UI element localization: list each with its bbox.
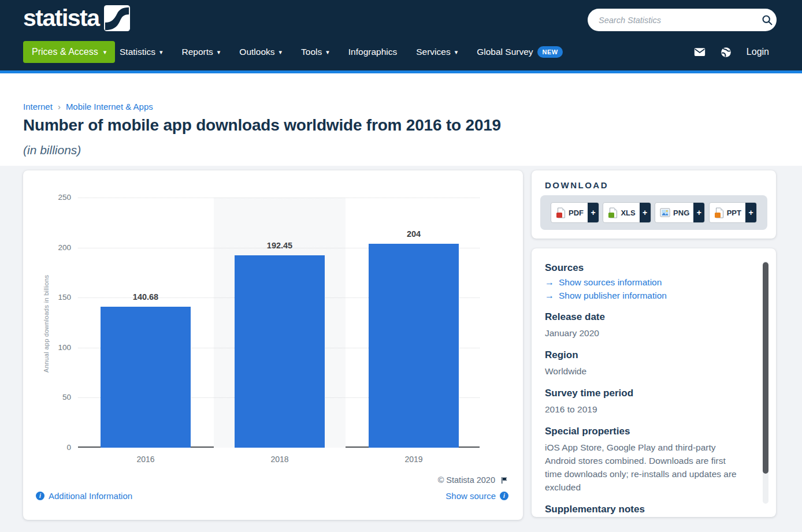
xls-file-icon — [608, 207, 618, 218]
new-badge: NEW — [537, 46, 563, 58]
show-source-link[interactable]: Show source i — [445, 491, 508, 501]
y-axis-tick-label: 0 — [42, 442, 71, 453]
nav-item-outlooks[interactable]: Outlooks▾ — [239, 47, 282, 57]
search-icon[interactable] — [757, 9, 777, 31]
release-date-heading: Release date — [545, 311, 741, 323]
x-axis-tick-label: 2018 — [245, 455, 314, 464]
info-icon: i — [36, 492, 44, 500]
bar-2019[interactable] — [369, 244, 459, 448]
statista-statistic-page: statista Prices & Access ▾ Statistics▾Re… — [0, 0, 802, 532]
ppt-download-button[interactable]: PPT+ — [709, 202, 757, 223]
statista-logo-text: statista — [23, 5, 99, 31]
nav-item-reports[interactable]: Reports▾ — [182, 47, 221, 57]
release-date-value: January 2020 — [545, 326, 741, 340]
nav-item-infographics[interactable]: Infographics — [348, 47, 397, 57]
png-options-plus-button[interactable]: + — [693, 202, 704, 223]
nav-item-services[interactable]: Services▾ — [416, 47, 458, 57]
breadcrumb-separator: › — [58, 102, 61, 111]
ppt-file-icon — [714, 207, 724, 218]
png-download-button[interactable]: PNG+ — [655, 202, 705, 223]
nav-right-controls: Login — [693, 41, 769, 63]
nav-item-label: Services — [416, 47, 450, 57]
language-globe-icon[interactable] — [720, 46, 733, 58]
details-content: Sources →Show sources information→Show p… — [532, 248, 776, 515]
login-link[interactable]: Login — [747, 47, 769, 57]
png-file-icon — [660, 208, 670, 217]
link-arrow-icon: → — [545, 291, 554, 301]
breadcrumb-link-internet[interactable]: Internet — [23, 102, 53, 111]
scrollbar-thumb[interactable] — [763, 262, 768, 474]
chart-plot: 050100150200250140.682016192.45201820420… — [78, 198, 480, 448]
nav-item-label: Outlooks — [239, 47, 274, 57]
show-sources-information-link[interactable]: →Show sources information — [545, 277, 741, 288]
x-axis-tick-label: 2019 — [379, 455, 448, 464]
region-heading: Region — [545, 349, 741, 361]
special-properties-heading: Special properties — [545, 426, 741, 437]
download-heading: DOWNLOAD — [545, 180, 608, 190]
details-sections: Release dateJanuary 2020RegionWorldwideS… — [545, 311, 741, 515]
nav-item-label: Global Survey — [477, 47, 533, 57]
x-axis-tick-label: 2016 — [111, 455, 180, 464]
y-axis-tick-label: 50 — [42, 392, 71, 403]
region-value: Worldwide — [545, 364, 741, 378]
chevron-down-icon: ▾ — [455, 49, 458, 55]
pdf-file-icon — [556, 207, 566, 218]
bar-value-label: 140.68 — [111, 292, 180, 302]
special-properties-value: iOS App Store, Google Play and third-par… — [545, 441, 741, 494]
chart-copyright: © Statista 2020 — [438, 475, 508, 485]
y-axis-tick-label: 250 — [42, 192, 71, 203]
contact-envelope-icon[interactable] — [693, 46, 706, 58]
nav-item-label: Infographics — [348, 47, 397, 57]
gridline — [78, 198, 480, 198]
nav-item-label: Statistics — [120, 47, 155, 57]
link-label: Show publisher information — [559, 291, 667, 301]
statista-logo[interactable]: statista — [23, 5, 130, 31]
accent-stripe — [0, 70, 802, 73]
download-button-group: PDF+XLS+PNG+PPT+ — [540, 195, 767, 230]
pdf-download-button[interactable]: PDF+ — [551, 202, 599, 223]
survey-time-period-heading: Survey time period — [545, 388, 741, 399]
show-publisher-information-link[interactable]: →Show publisher information — [545, 291, 741, 301]
sources-heading: Sources — [545, 262, 741, 274]
download-format-label: PDF — [569, 209, 584, 217]
bar-value-label: 204 — [379, 229, 448, 239]
breadcrumb: Internet›Mobile Internet & Apps — [23, 102, 153, 111]
nav-item-global-survey[interactable]: Global SurveyNEW — [477, 46, 563, 58]
additional-information-link[interactable]: i Additional Information — [36, 491, 132, 501]
nav-item-label: Tools — [301, 47, 322, 57]
xls-download-button[interactable]: XLS+ — [603, 202, 651, 223]
info-icon: i — [500, 492, 508, 500]
chevron-down-icon: ▾ — [326, 49, 329, 55]
breadcrumb-link-mobile-internet-apps[interactable]: Mobile Internet & Apps — [66, 102, 153, 111]
chevron-down-icon: ▾ — [103, 49, 107, 55]
supplementary-notes-heading: Supplementary notes — [545, 504, 741, 515]
y-axis-tick-label: 150 — [42, 292, 71, 303]
ppt-options-plus-button[interactable]: + — [745, 202, 756, 223]
nav-item-statistics[interactable]: Statistics▾ — [120, 47, 163, 57]
link-label: Show sources information — [559, 277, 662, 288]
chevron-down-icon: ▾ — [217, 49, 221, 55]
copyright-text: © Statista 2020 — [438, 475, 495, 485]
download-format-label: PPT — [727, 209, 741, 217]
bar-value-label: 192.45 — [245, 241, 314, 250]
y-axis-tick-label: 200 — [42, 243, 71, 253]
xls-options-plus-button[interactable]: + — [640, 202, 651, 223]
survey-time-period-value: 2016 to 2019 — [545, 403, 741, 416]
prices-access-button[interactable]: Prices & Access ▾ — [23, 41, 115, 63]
bar-2018[interactable] — [235, 255, 325, 448]
statista-logo-mark-icon — [104, 5, 130, 31]
pdf-options-plus-button[interactable]: + — [588, 202, 599, 223]
download-format-label: XLS — [621, 209, 635, 217]
y-axis-title: Annual app downloads in billions — [43, 266, 50, 381]
prices-access-label: Prices & Access — [32, 47, 98, 57]
page-subtitle: (in billions) — [23, 143, 81, 157]
details-card: Sources →Show sources information→Show p… — [532, 248, 776, 517]
search-input[interactable] — [588, 16, 757, 25]
nav-item-tools[interactable]: Tools▾ — [301, 47, 329, 57]
search-box — [588, 9, 777, 31]
page-title: Number of mobile app downloads worldwide… — [23, 116, 501, 135]
bar-2016[interactable] — [101, 307, 191, 448]
download-format-label: PNG — [673, 209, 689, 217]
nav-item-label: Reports — [182, 47, 213, 57]
report-flag-icon[interactable] — [500, 476, 508, 485]
